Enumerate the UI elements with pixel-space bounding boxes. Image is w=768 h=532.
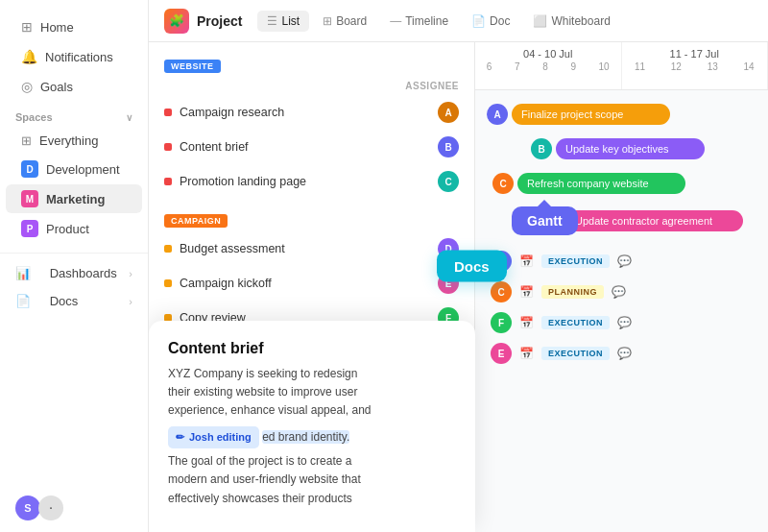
- sidebar: ⊞ Home 🔔 Notifications ◎ Goals Spaces ∨ …: [0, 0, 149, 532]
- task-row[interactable]: Content brief B: [149, 130, 474, 164]
- task-row[interactable]: Promotion landing page C: [149, 164, 474, 199]
- gantt-bar-4[interactable]: Update contractor agreement: [565, 210, 743, 231]
- task-dot: [164, 245, 172, 253]
- home-icon: ⊞: [21, 19, 33, 35]
- task-row[interactable]: Campaign kickoff E: [149, 266, 474, 301]
- docs-float-label-text: Docs: [454, 258, 490, 275]
- sidebar-item-goals[interactable]: ◎ Goals: [6, 72, 142, 101]
- sidebar-item-dashboards[interactable]: 📊 Dashboards ›: [0, 259, 148, 287]
- sidebar-item-notifications[interactable]: 🔔 Notifications: [6, 42, 142, 71]
- tab-doc-label: Doc: [490, 14, 510, 28]
- sidebar-item-docs[interactable]: 📄 Docs ›: [0, 287, 148, 315]
- comment-icon: 💬: [617, 347, 632, 360]
- gantt-days-2: 11 12 13 14: [622, 61, 768, 72]
- tab-whiteboard[interactable]: ⬜ Whiteboard: [523, 11, 619, 32]
- docs-body-text-2: The goal of the project is to create amo…: [168, 454, 361, 504]
- board-icon: ⊞: [323, 14, 332, 28]
- gantt-avatar-3: C: [492, 173, 514, 194]
- gantt-week-1: 04 - 10 Jul 6 7 8 9 10: [475, 42, 622, 89]
- spaces-section: Spaces ∨: [0, 102, 148, 127]
- tab-whiteboard-label: Whiteboard: [551, 14, 610, 28]
- status-row-4: E 📅 EXECUTION 💬: [483, 338, 760, 369]
- everything-icon: ⊞: [21, 133, 32, 148]
- spaces-chevron[interactable]: ∨: [126, 112, 132, 123]
- gantt-area: 04 - 10 Jul 6 7 8 9 10 11 - 17 Jul 11 12…: [475, 42, 768, 532]
- website-badge: WEBSITE: [164, 60, 221, 73]
- gantt-days-1: 6 7 8 9 10: [475, 61, 621, 72]
- status-badge-execution: EXECUTION: [541, 316, 610, 329]
- product-dot: P: [21, 220, 38, 237]
- gantt-bar-2[interactable]: Update key objectives: [556, 138, 705, 159]
- status-avatar: C: [491, 281, 512, 302]
- task-dot: [164, 109, 172, 116]
- docs-icon: 📄: [15, 294, 31, 308]
- chevron-right-docs: ›: [129, 296, 132, 307]
- sidebar-item-development[interactable]: D Development: [6, 155, 142, 183]
- gantt-bar-label-2: Update key objectives: [565, 143, 669, 155]
- sidebar-item-notifications-label: Notifications: [45, 50, 113, 64]
- docs-panel: Content brief XYZ Company is seeking to …: [149, 321, 475, 532]
- tab-timeline[interactable]: — Timeline: [380, 11, 458, 32]
- docs-body-text-1: XYZ Company is seeking to redesigntheir …: [168, 367, 372, 417]
- tab-board[interactable]: ⊞ Board: [313, 11, 376, 32]
- goals-icon: ◎: [21, 79, 33, 94]
- doc-icon: 📄: [471, 14, 486, 28]
- docs-float-label: Docs: [437, 251, 507, 282]
- group-website-header: WEBSITE: [149, 54, 474, 77]
- tab-board-label: Board: [336, 14, 367, 28]
- marketing-dot: M: [21, 190, 38, 207]
- docs-panel-title: Content brief: [168, 340, 456, 357]
- sidebar-item-home[interactable]: ⊞ Home: [6, 12, 142, 41]
- calendar-icon: 📅: [519, 316, 534, 329]
- gantt-bar-1[interactable]: Finalize project scope: [512, 104, 670, 125]
- task-row[interactable]: Budget assessment D: [149, 231, 474, 266]
- docs-highlighted-text: ed brand identity.: [262, 430, 349, 444]
- sidebar-item-product[interactable]: P Product: [6, 214, 142, 243]
- task-name: Campaign kickoff: [180, 277, 430, 290]
- sidebar-item-everything[interactable]: ⊞ Everything: [6, 128, 142, 154]
- campaign-badge: CAMPAIGN: [164, 214, 228, 228]
- docs-panel-body: XYZ Company is seeking to redesigntheir …: [168, 365, 456, 508]
- spaces-label: Spaces: [15, 111, 53, 123]
- gantt-row-2: B Update key objectives: [483, 133, 760, 165]
- tab-doc[interactable]: 📄 Doc: [462, 11, 519, 32]
- task-avatar: C: [438, 171, 459, 192]
- gantt-rows: A Finalize project scope B Update key ob…: [475, 90, 768, 375]
- gantt-day: 11: [635, 61, 645, 72]
- task-avatar: B: [438, 136, 459, 157]
- gantt-bar-3[interactable]: Refresh company website: [517, 173, 685, 194]
- sidebar-item-everything-label: Everything: [39, 133, 98, 148]
- sidebar-item-marketing[interactable]: M Marketing: [6, 184, 142, 213]
- docs-editing-badge: ✏ Josh editing: [168, 426, 259, 449]
- gantt-day: 8: [542, 61, 548, 72]
- sidebar-item-marketing-label: Marketing: [46, 192, 105, 206]
- project-icon: 🧩: [164, 9, 189, 34]
- user-avatar-primary[interactable]: S: [15, 496, 40, 520]
- task-row[interactable]: Campaign research A: [149, 95, 474, 130]
- development-dot: D: [21, 160, 38, 178]
- sidebar-bottom: 📊 Dashboards › 📄 Docs ›: [0, 253, 148, 315]
- gantt-tooltip-label: Gantt: [527, 213, 563, 229]
- gantt-day: 7: [515, 61, 520, 72]
- gantt-tooltip-arrow: [538, 200, 551, 206]
- week-label-1: 04 - 10 Jul: [475, 48, 621, 60]
- tab-list[interactable]: ☰ List: [257, 11, 309, 32]
- comment-icon: 💬: [617, 316, 632, 329]
- task-name: Promotion landing page: [180, 175, 430, 188]
- status-avatar: E: [491, 343, 512, 364]
- gantt-day: 13: [708, 61, 718, 72]
- sidebar-item-product-label: Product: [46, 222, 89, 236]
- list-icon: ☰: [267, 14, 277, 28]
- gantt-day: 9: [570, 61, 576, 72]
- status-avatar: F: [491, 312, 512, 333]
- main-content: 🧩 Project ☰ List ⊞ Board — Timeline 📄 Do…: [149, 0, 768, 532]
- task-avatar: A: [438, 102, 459, 123]
- gantt-avatar-1: A: [487, 104, 508, 125]
- gantt-row-3: C Refresh company website: [483, 167, 760, 200]
- task-name: Content brief: [180, 140, 430, 154]
- sidebar-footer: S ·: [0, 496, 148, 520]
- status-badge-execution: EXECUTION: [541, 254, 610, 268]
- status-rows: A 📅 EXECUTION 💬 C 📅 PLANNING 💬 F 📅: [483, 246, 760, 369]
- gantt-bar-label-1: Finalize project scope: [521, 109, 623, 120]
- user-avatar-secondary: ·: [38, 496, 63, 520]
